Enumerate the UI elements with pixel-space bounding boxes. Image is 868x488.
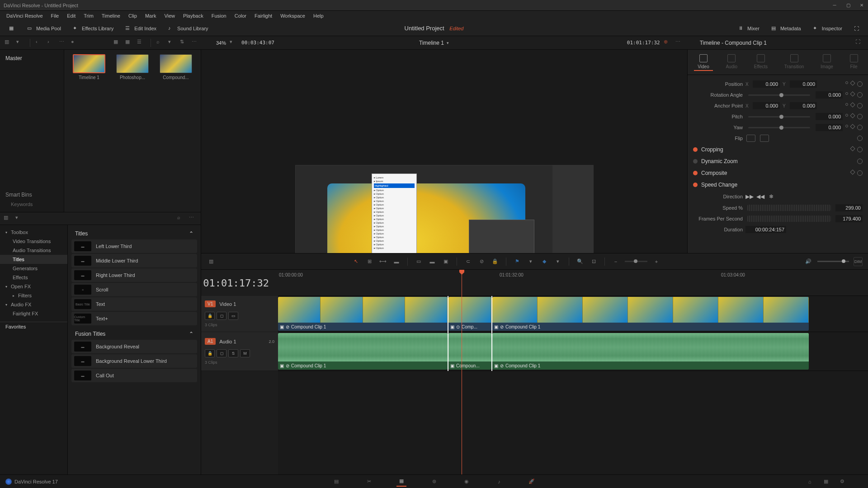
inspector-toggle[interactable]: ✦Inspector — [808, 23, 847, 33]
clip-thumb-timeline1[interactable]: Timeline 1 — [69, 54, 109, 80]
media-pool-toggle[interactable]: ▭Media Pool — [23, 23, 66, 33]
reset-icon[interactable] — [857, 81, 863, 87]
sound-library-toggle[interactable]: ♪Sound Library — [164, 23, 213, 33]
inspector-tab-effects[interactable]: Effects — [750, 53, 771, 71]
link-icon[interactable]: ⊘ — [477, 257, 486, 266]
keyframe-dot-icon[interactable] — [845, 125, 848, 127]
tree-filters[interactable]: ▸Filters — [0, 291, 67, 300]
tree-toolbox[interactable]: ▾Toolbox — [0, 228, 67, 237]
title-middle-lower[interactable]: ▬Middle Lower Third — [71, 254, 197, 267]
menu-timeline[interactable]: Timeline — [98, 12, 124, 19]
blade-tool[interactable]: ▬ — [392, 257, 401, 266]
mute-button[interactable]: M — [240, 349, 250, 357]
direction-reverse-icon[interactable]: ◀◀ — [756, 192, 764, 201]
reset-icon[interactable] — [857, 170, 863, 176]
menu-fusion[interactable]: Fusion — [208, 12, 230, 19]
fps-input[interactable] — [835, 215, 863, 222]
reset-icon[interactable] — [857, 147, 863, 152]
menu-view[interactable]: View — [160, 12, 179, 19]
dim-button[interactable]: DIM — [854, 257, 863, 266]
cropping-section[interactable]: Cropping — [693, 144, 863, 155]
tree-audiofx[interactable]: ▾Audio FX — [0, 300, 67, 309]
inspector-tab-image[interactable]: Image — [817, 53, 837, 71]
video-clip-1[interactable]: ▣⊘Compound Clip 1 — [278, 297, 448, 331]
tree-generators[interactable]: Generators — [0, 264, 67, 273]
panel-layout-icon[interactable]: ▥ — [4, 215, 12, 223]
keyframe-dot-icon[interactable] — [845, 81, 848, 84]
edit-marker[interactable] — [448, 296, 448, 371]
anchor-y-input[interactable] — [790, 102, 817, 109]
speed-section[interactable]: Speed Change — [693, 179, 863, 191]
chevron-down-icon[interactable]: ▾ — [230, 39, 238, 47]
titles-header[interactable]: Titles⌃ — [71, 229, 197, 239]
flip-h-button[interactable] — [746, 135, 755, 142]
zoom-out-icon[interactable]: − — [611, 257, 620, 266]
volume-icon[interactable]: 🔊 — [804, 257, 813, 266]
menu-fairlight[interactable]: Fairlight — [251, 12, 276, 19]
bin-view-icon[interactable]: ▥ — [5, 39, 13, 47]
menu-edit[interactable]: Edit — [63, 12, 79, 19]
menu-playback[interactable]: Playback — [179, 12, 207, 19]
clip-thumb-photoshop[interactable]: Photoshop... — [112, 54, 153, 80]
keyframe-dot-icon[interactable] — [845, 92, 848, 95]
maximize-button[interactable]: ▢ — [845, 3, 851, 8]
replace-tool[interactable]: ▣ — [441, 257, 450, 266]
minimize-button[interactable]: ─ — [832, 3, 837, 8]
favorites-header[interactable]: Favorites — [0, 322, 67, 331]
metadata-toggle[interactable]: ▤Metadata — [767, 23, 806, 33]
title-text[interactable]: Basic TitleText — [71, 297, 197, 311]
fullscreen-button[interactable]: ⛶ — [849, 23, 863, 33]
viewer-zoom[interactable]: 34% — [216, 40, 226, 46]
inspector-tab-audio[interactable]: Audio — [722, 53, 741, 71]
duration-input[interactable] — [745, 226, 786, 233]
page-cut[interactable]: ✂ — [364, 477, 374, 487]
keyframe-diamond-icon[interactable] — [850, 102, 855, 107]
inspector-tab-file[interactable]: File — [846, 53, 862, 71]
lock-track-button[interactable]: 🔒 — [205, 312, 215, 320]
page-edit[interactable]: ▦ — [396, 477, 406, 487]
timeline-name[interactable]: Timeline 1 — [419, 40, 444, 46]
tree-effects[interactable]: Effects — [0, 273, 67, 282]
timeline-ruler[interactable]: 01:00:00:00 01:01:32:00 01:03:04:00 — [278, 270, 868, 296]
menu-help[interactable]: Help — [310, 12, 327, 19]
sync-icon[interactable]: ⊕ — [664, 39, 672, 47]
fusion-callout[interactable]: ▬Call Out — [71, 369, 197, 382]
tree-fairlightfx[interactable]: Fairlight FX — [0, 309, 67, 318]
title-scroll[interactable]: ≡Scroll — [71, 283, 197, 296]
flag-icon[interactable]: ⚑ — [513, 257, 522, 266]
search-icon[interactable]: ⌕ — [156, 39, 165, 47]
zoom-in-icon[interactable]: + — [652, 257, 661, 266]
title-left-lower[interactable]: ▬Left Lower Third — [71, 239, 197, 253]
master-bin[interactable]: Master — [0, 53, 64, 63]
rotation-slider[interactable] — [748, 94, 810, 96]
inspector-tab-transition[interactable]: Transition — [781, 53, 808, 71]
track-header-a1[interactable]: A1 Audio 1 2.0 🔒 ◻ S M 3 Clips — [201, 332, 278, 371]
flip-v-button[interactable] — [760, 135, 769, 142]
title-text-plus[interactable]: Custom TitleText+ — [71, 312, 197, 325]
fusion-bg-reveal[interactable]: ▬Background Reveal — [71, 340, 197, 353]
collapse-icon[interactable]: ⌃ — [189, 230, 193, 237]
close-button[interactable]: ✕ — [859, 3, 864, 8]
audio-clip-1[interactable]: ▣⊘Compound Clip 1 — [278, 333, 448, 370]
reset-icon[interactable] — [857, 125, 863, 130]
lock-icon[interactable]: 🔒 — [491, 257, 500, 266]
snap-icon[interactable]: ⊂ — [463, 257, 472, 266]
title-right-lower[interactable]: ▬Right Lower Third — [71, 268, 197, 282]
more-icon[interactable]: ⋯ — [189, 215, 197, 223]
home-button[interactable]: ⌂ — [805, 477, 815, 487]
page-media[interactable]: ▤ — [331, 477, 341, 487]
page-color[interactable]: ◉ — [462, 477, 472, 487]
marker-icon[interactable]: ◆ — [540, 257, 549, 266]
chevron-down-icon[interactable]: ▾ — [447, 41, 449, 45]
menu-color[interactable]: Color — [231, 12, 250, 19]
yaw-input[interactable] — [816, 124, 843, 131]
chevron-down-icon[interactable]: ▾ — [526, 257, 535, 266]
settings-button[interactable]: ⚙ — [837, 477, 847, 487]
keyframe-dot-icon[interactable] — [845, 114, 848, 117]
overwrite-tool[interactable]: ▬ — [428, 257, 437, 266]
more-icon[interactable]: ⋯ — [675, 39, 684, 47]
smart-bins-header[interactable]: Smart Bins — [0, 190, 64, 200]
audio-clip-3[interactable]: ▣⊘Compound Clip 1 — [492, 333, 809, 370]
page-deliver[interactable]: 🚀 — [527, 477, 537, 487]
position-x-input[interactable] — [753, 80, 780, 88]
